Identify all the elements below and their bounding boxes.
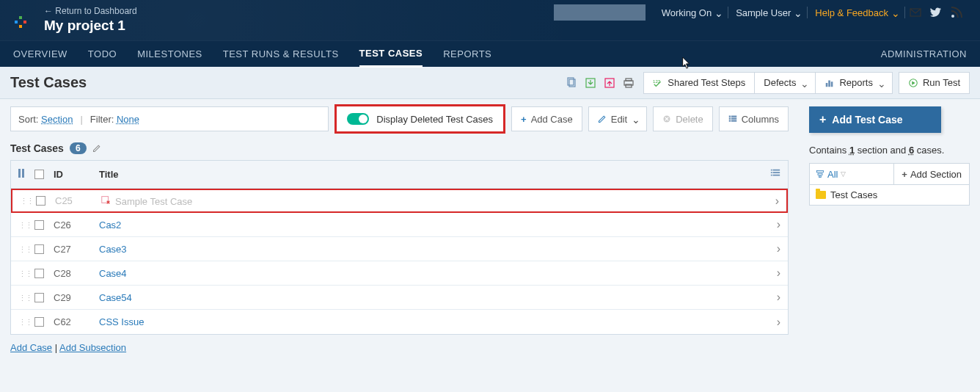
row-checkbox[interactable] <box>34 220 44 230</box>
table-row[interactable]: ⋮⋮C28Case4› <box>11 261 788 286</box>
return-dashboard-link[interactable]: ← Return to Dashboard <box>44 6 137 16</box>
plus-icon: + <box>521 114 527 125</box>
delete-button[interactable]: Delete <box>653 106 713 131</box>
select-all-checkbox[interactable] <box>34 170 44 179</box>
plus-icon: + <box>819 113 826 126</box>
chevron-right-icon[interactable]: › <box>777 266 780 279</box>
case-title-link[interactable]: Case54 <box>99 292 132 303</box>
drag-handle-icon[interactable]: ⋮⋮ <box>18 269 32 278</box>
chevron-right-icon[interactable]: › <box>777 242 780 255</box>
svg-point-3 <box>951 15 954 18</box>
tab-overview[interactable]: OVERVIEW <box>13 41 67 68</box>
svg-rect-19 <box>728 118 730 120</box>
shared-steps-button[interactable]: 123 Shared Test Steps <box>643 72 755 94</box>
mail-icon[interactable] <box>910 7 921 18</box>
table-row[interactable]: ⋮⋮C26Cas2› <box>11 213 788 237</box>
section-title: Test Cases 6 <box>10 142 789 154</box>
svg-rect-26 <box>773 170 780 171</box>
add-section-button[interactable]: + Add Section <box>894 164 969 184</box>
drag-handle-icon[interactable]: ⋮⋮ <box>18 245 32 254</box>
filter-label: Filter: <box>90 114 114 125</box>
svg-rect-17 <box>728 116 730 117</box>
sort-value[interactable]: Section <box>41 114 73 125</box>
contains-summary: Contains 1 section and 6 cases. <box>809 145 970 156</box>
case-title-link[interactable]: Case4 <box>99 268 127 279</box>
case-title-link[interactable]: Case3 <box>99 244 127 255</box>
tree-all-filter[interactable]: All ▽ <box>810 164 894 184</box>
row-checkbox[interactable] <box>36 196 45 206</box>
edit-section-icon[interactable] <box>92 144 101 153</box>
defects-button[interactable]: Defects <box>755 72 816 94</box>
run-test-button[interactable]: Run Test <box>899 72 970 94</box>
svg-rect-32 <box>817 171 824 173</box>
case-id: C26 <box>54 219 71 231</box>
header-id[interactable]: ID <box>54 169 99 180</box>
filter-value[interactable]: None <box>117 114 139 125</box>
section-count-badge: 6 <box>70 142 87 154</box>
help-feedback-menu[interactable]: Help & Feedback <box>808 7 904 18</box>
drag-handle-icon[interactable]: ⋮⋮ <box>18 294 32 302</box>
divider: | <box>80 114 82 125</box>
svg-rect-28 <box>773 172 780 173</box>
header-title[interactable]: Title <box>99 169 760 180</box>
row-checkbox[interactable] <box>34 244 44 254</box>
copy-icon[interactable] <box>566 77 577 89</box>
pencil-icon <box>598 115 607 123</box>
add-case-button[interactable]: +Add Case <box>511 106 582 131</box>
chevron-right-icon[interactable]: › <box>777 316 780 328</box>
toolbar-buttons: 123 Shared Test Steps Defects Reports <box>643 72 893 94</box>
chevron-down-icon <box>891 10 897 15</box>
tab-administration[interactable]: ADMINISTRATION <box>881 48 967 59</box>
nav-tabs: OVERVIEW TODO MILESTONES TEST RUNS & RES… <box>0 40 980 67</box>
search-box[interactable] <box>554 4 646 21</box>
table-row[interactable]: ⋮⋮C29Case54› <box>11 286 788 310</box>
chevron-right-icon[interactable]: › <box>775 195 779 207</box>
chevron-right-icon[interactable]: › <box>777 218 780 231</box>
add-test-case-button[interactable]: + Add Test Case <box>809 106 941 133</box>
row-checkbox[interactable] <box>34 293 44 302</box>
working-on-menu[interactable]: Working On <box>654 7 728 18</box>
list-view-icon[interactable] <box>770 168 780 178</box>
add-subsection-link[interactable]: Add Subsection <box>59 342 126 353</box>
svg-rect-12 <box>826 83 828 87</box>
twitter-icon[interactable] <box>930 7 942 18</box>
tab-test-cases[interactable]: TEST CASES <box>359 41 423 68</box>
add-case-link[interactable]: Add Case <box>10 342 52 353</box>
display-deleted-toggle[interactable] <box>347 113 369 125</box>
row-checkbox[interactable] <box>34 269 44 278</box>
rss-icon[interactable] <box>951 7 962 18</box>
test-case-table: ID Title ⋮⋮C25Sample Test Case›⋮⋮C26Cas2… <box>10 160 789 335</box>
case-title-link[interactable]: Sample Test Case <box>115 196 192 207</box>
print-icon[interactable] <box>623 77 635 89</box>
tab-reports[interactable]: REPORTS <box>443 41 491 68</box>
svg-rect-27 <box>771 172 772 173</box>
chevron-down-icon <box>800 80 806 86</box>
deleted-case-icon <box>100 195 111 205</box>
import-icon[interactable] <box>585 77 596 89</box>
sort-filter-box: Sort: Section | Filter: None <box>10 106 329 131</box>
tree-item-test-cases[interactable]: Test Cases <box>816 189 963 200</box>
svg-rect-9 <box>626 79 632 81</box>
tab-runs[interactable]: TEST RUNS & RESULTS <box>223 41 339 68</box>
columns-button[interactable]: Columns <box>719 106 789 131</box>
tab-milestones[interactable]: MILESTONES <box>137 41 202 68</box>
row-checkbox[interactable] <box>34 317 44 327</box>
drag-handle-icon[interactable]: ⋮⋮ <box>18 318 32 327</box>
svg-rect-22 <box>731 120 736 122</box>
user-menu[interactable]: Sample User <box>728 7 807 18</box>
case-id: C27 <box>54 244 71 255</box>
export-icon[interactable] <box>604 77 615 89</box>
case-title-link[interactable]: Cas2 <box>99 219 121 231</box>
table-row[interactable]: ⋮⋮C27Case3› <box>11 237 788 261</box>
edit-button[interactable]: Edit <box>588 106 647 131</box>
reports-button[interactable]: Reports <box>816 72 893 94</box>
chevron-right-icon[interactable]: › <box>777 291 780 303</box>
tree-header: All ▽ + Add Section <box>809 163 970 185</box>
table-row[interactable]: ⋮⋮C25Sample Test Case› <box>11 189 788 213</box>
drag-handle-icon[interactable]: ⋮⋮ <box>20 197 33 206</box>
case-title-link[interactable]: CSS Issue <box>99 316 144 327</box>
tab-todo[interactable]: TODO <box>88 41 117 68</box>
page-title: Test Cases <box>10 74 87 91</box>
drag-handle-icon[interactable]: ⋮⋮ <box>18 221 32 230</box>
table-row[interactable]: ⋮⋮C62CSS Issue› <box>11 310 788 334</box>
